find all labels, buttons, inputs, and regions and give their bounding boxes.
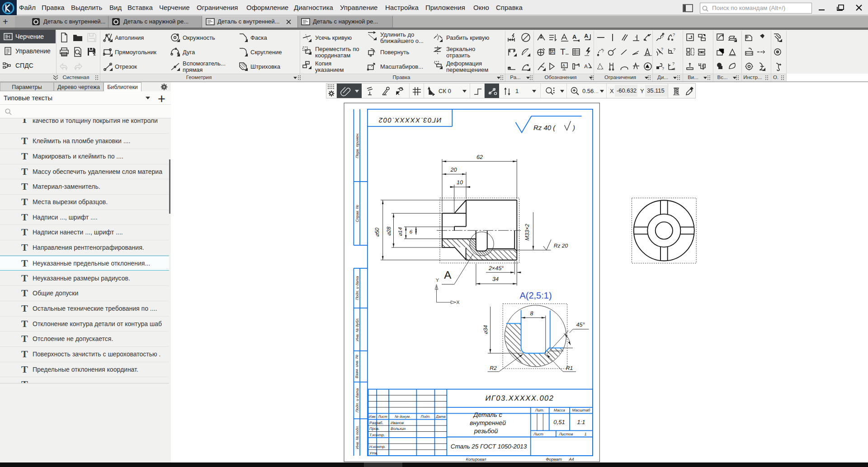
svg-text:⌀28: ⌀28 <box>386 226 392 236</box>
svg-text:Деталь с: Деталь с <box>473 411 502 418</box>
svg-text:⌀50: ⌀50 <box>374 228 380 237</box>
svg-text:8: 8 <box>530 310 533 317</box>
svg-text:62: 62 <box>476 154 483 160</box>
svg-text:10: 10 <box>457 179 463 186</box>
svg-text:M33×2: M33×2 <box>524 224 530 240</box>
svg-text:Масса: Масса <box>554 408 565 412</box>
svg-text:Подп. и дата: Подп. и дата <box>355 276 359 300</box>
svg-text:ИГ03.XXXXX.002: ИГ03.XXXXX.002 <box>378 116 442 124</box>
svg-text:): ) <box>572 124 575 132</box>
svg-text:Т.контр.: Т.контр. <box>369 433 385 437</box>
svg-text:резьбой: резьбой <box>474 427 498 434</box>
svg-text:Rz 40 (: Rz 40 ( <box>533 124 556 132</box>
svg-text:Подп. и дата: Подп. и дата <box>355 388 359 412</box>
svg-text:Листов: Листов <box>559 432 574 436</box>
svg-text:Пров.: Пров. <box>369 426 379 431</box>
svg-text:Копировал: Копировал <box>466 457 486 462</box>
svg-text:Утв.: Утв. <box>369 451 378 455</box>
svg-text:Подп.: Подп. <box>421 415 430 419</box>
svg-text:Лист: Лист <box>533 432 543 436</box>
svg-text:Перв. примен.: Перв. примен. <box>355 133 359 159</box>
svg-text:1:1: 1:1 <box>577 419 585 425</box>
svg-text:Инв. № дубл.: Инв. № дубл. <box>355 318 359 341</box>
svg-text:Лист: Лист <box>377 415 387 419</box>
svg-text:Вольхин: Вольхин <box>391 426 406 431</box>
svg-text:34: 34 <box>492 276 499 282</box>
svg-text:Формат: Формат <box>546 457 562 462</box>
svg-text:Масштаб: Масштаб <box>572 408 591 412</box>
svg-text:Взам. инв. №: Взам. инв. № <box>355 355 359 378</box>
svg-text:2×45°: 2×45° <box>488 265 504 271</box>
svg-text:A(2,5:1): A(2,5:1) <box>519 291 552 301</box>
svg-text:6: 6 <box>410 229 413 235</box>
svg-text:ИГ03.XXXXX.002: ИГ03.XXXXX.002 <box>486 394 554 402</box>
svg-text:Инв. № подл.: Инв. № подл. <box>355 425 359 449</box>
svg-text:Rz 20: Rz 20 <box>554 243 568 249</box>
svg-text:⌀14: ⌀14 <box>398 227 403 236</box>
svg-text:Дата: Дата <box>435 415 446 419</box>
svg-text:20: 20 <box>450 167 457 173</box>
svg-text:Н.контр.: Н.контр. <box>369 444 386 449</box>
svg-text:Изм.: Изм. <box>368 415 376 419</box>
svg-text:Иванов: Иванов <box>391 420 404 425</box>
svg-text:R1: R1 <box>566 365 573 371</box>
svg-text:Y: Y <box>436 278 439 283</box>
svg-text:R2: R2 <box>490 365 497 371</box>
svg-text:Разраб.: Разраб. <box>369 420 383 425</box>
svg-text:Лит.: Лит. <box>535 408 544 412</box>
svg-text:1: 1 <box>585 432 587 436</box>
svg-text:А: А <box>444 269 451 281</box>
svg-text:внутренней: внутренней <box>470 419 506 426</box>
svg-text:Сталь 25 ГОСТ 1050-2013: Сталь 25 ГОСТ 1050-2013 <box>451 443 527 450</box>
svg-text:⌀34: ⌀34 <box>482 325 489 334</box>
svg-text:0,51: 0,51 <box>553 419 565 425</box>
svg-text:X: X <box>456 300 460 305</box>
svg-text:Справ. №: Справ. № <box>355 205 359 222</box>
svg-text:45°: 45° <box>576 322 585 328</box>
svg-text:№ докум.: № докум. <box>395 415 410 419</box>
svg-text:А4: А4 <box>568 457 574 462</box>
